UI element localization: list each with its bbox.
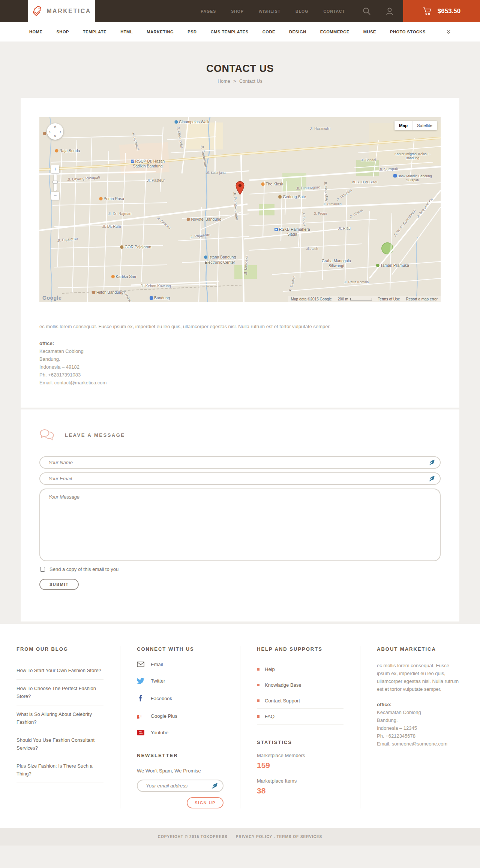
user-icon[interactable] [386, 7, 394, 16]
message-textarea[interactable] [39, 489, 441, 561]
contact-card: ˄ ˅ ‹ › + − Map Satellite Google Map dat… [21, 98, 459, 408]
newsletter-block: NEWSLETTER We Won't Spam, We Promise SIG… [137, 753, 224, 808]
statistics-block: STATISTICS Marketplace Members 159 Marke… [257, 740, 344, 795]
name-input[interactable] [39, 456, 441, 469]
statistics-heading: STATISTICS [257, 740, 344, 745]
category-nav-link[interactable]: CMS TEMPLATES [211, 30, 249, 34]
logo[interactable]: MARKETICA [28, 0, 95, 22]
bullet-square-icon [257, 684, 260, 686]
chat-bubbles-icon [39, 429, 55, 441]
top-nav-link[interactable]: PAGES [201, 9, 216, 13]
category-nav-link[interactable]: MARKETING [147, 30, 174, 34]
category-nav-link[interactable]: DESIGN [289, 30, 306, 34]
google-plus-icon: g+ [137, 713, 144, 719]
blog-link[interactable]: How To Start Your Own Fashion Store? [16, 662, 104, 680]
map-zoom-control: + − [51, 165, 59, 200]
newsletter-field-wrap [137, 780, 224, 792]
footer-connect-column: CONNECT WITH US Email Twitter Facebook [120, 646, 240, 808]
cart-button[interactable]: $653.50 [403, 0, 480, 22]
map-attribution: Map data ©2015 Google 200 m Terms of Use… [288, 296, 441, 302]
search-icon[interactable] [362, 7, 371, 16]
help-heading: HELP AND SUPPORTS [257, 646, 344, 652]
pan-left-icon[interactable]: ‹ [49, 130, 51, 134]
blog-link[interactable]: Plus Size Fashion: Is There Such a Thing… [16, 757, 104, 783]
breadcrumb-home[interactable]: Home [218, 79, 230, 84]
blog-link[interactable]: What is So Alluring About Celebrity Fash… [16, 705, 104, 731]
category-nav-link[interactable]: HOME [29, 30, 42, 34]
newsletter-tagline: We Won't Spam, We Promise [137, 768, 224, 774]
social-link-twitter[interactable]: Twitter [137, 678, 224, 684]
send-copy-row: Send a copy of this email to you [40, 566, 441, 572]
about-address-line: Ph. +6212345678 [377, 732, 464, 740]
category-nav-link[interactable]: SHOP [56, 30, 69, 34]
help-link[interactable]: Contact Support [257, 693, 344, 709]
map-pan-control[interactable]: ˄ ˅ ‹ › [47, 123, 63, 140]
chevron-double-down-icon[interactable] [446, 30, 451, 34]
copyright-bar: COPYRIGHT © 2015 TOKOPRESS PRIVACY POLIC… [0, 828, 480, 846]
blog-heading: FROM OUR BLOG [16, 646, 104, 652]
social-link-facebook[interactable]: Facebook [137, 695, 224, 702]
category-nav-link[interactable]: TEMPLATE [83, 30, 106, 34]
logo-text: MARKETICA [46, 8, 91, 15]
terms-of-use-link[interactable]: Terms of Use [378, 297, 400, 301]
pan-down-icon[interactable]: ˅ [54, 134, 56, 138]
office-address-line: Email. contact@marketica.com [39, 379, 441, 387]
office-address-line: Ph. +62817391083 [39, 371, 441, 379]
zoom-slider-track[interactable] [54, 174, 57, 191]
terms-of-services-link[interactable]: TERMS OF SERVICES [276, 835, 322, 839]
social-link-gplus[interactable]: g+ Google Plus [137, 713, 224, 719]
office-label: office: [377, 701, 464, 708]
category-nav-link[interactable]: HTML [120, 30, 133, 34]
svg-text:You: You [139, 731, 142, 733]
about-address-line: Kecamatan Coblong [377, 708, 464, 716]
about-address-line: Bandung. [377, 716, 464, 724]
social-link-youtube[interactable]: You Tube Youtube [137, 730, 224, 735]
twitter-icon [137, 678, 144, 684]
breadcrumb-current: Contact Us [239, 79, 262, 84]
name-field-wrap [39, 456, 441, 469]
zoom-slider-handle[interactable] [52, 181, 58, 184]
submit-button[interactable]: SUBMIT [39, 579, 79, 590]
category-nav-link[interactable]: PHOTO STOCKS [390, 30, 426, 34]
top-nav-link[interactable]: WISHLIST [259, 9, 280, 13]
svg-text:g+: g+ [137, 713, 142, 719]
stat-item: Marketplace Items 38 [257, 778, 344, 795]
top-nav-link[interactable]: SHOP [231, 9, 244, 13]
report-map-error-link[interactable]: Report a map error [406, 297, 438, 301]
satellite-view-button[interactable]: Satellite [412, 121, 437, 130]
map-view-button[interactable]: Map [394, 121, 412, 130]
social-link-email[interactable]: Email [137, 662, 224, 667]
email-input[interactable] [39, 472, 441, 485]
send-copy-checkbox[interactable] [40, 567, 45, 572]
zoom-in-button[interactable]: + [51, 165, 59, 173]
newsletter-email-input[interactable] [137, 780, 224, 792]
office-address-line: Indonesia – 49182 [39, 363, 441, 371]
privacy-policy-link[interactable]: PRIVACY POLICY [236, 835, 272, 839]
tag-icon [32, 6, 42, 17]
category-nav-link[interactable]: MUSE [363, 30, 376, 34]
breadcrumb: Home > Contact Us [0, 79, 480, 84]
stat-value: 38 [257, 786, 344, 795]
top-nav-link[interactable]: CONTACT [323, 9, 345, 13]
help-link[interactable]: Help [257, 662, 344, 677]
signup-button[interactable]: SIGN UP [187, 797, 224, 808]
blog-link[interactable]: Should You Use Fashion Consultant Servic… [16, 731, 104, 757]
facebook-icon [137, 695, 144, 702]
category-nav-link[interactable]: PSD [188, 30, 196, 34]
pan-up-icon[interactable]: ˄ [54, 125, 56, 129]
breadcrumb-separator: > [233, 79, 236, 84]
bullet-square-icon [257, 699, 260, 702]
map-canvas[interactable]: ˄ ˅ ‹ › + − Map Satellite Google Map dat… [39, 117, 441, 302]
zoom-out-button[interactable]: − [51, 192, 59, 200]
category-nav-link[interactable]: CODE [262, 30, 275, 34]
google-logo[interactable]: Google [42, 295, 62, 301]
pan-right-icon[interactable]: › [60, 130, 61, 134]
connect-heading: CONNECT WITH US [137, 646, 224, 652]
bullet-square-icon [257, 668, 260, 671]
help-link[interactable]: Knowladge Base [257, 677, 344, 693]
youtube-icon: You Tube [137, 730, 144, 735]
blog-link[interactable]: How To Choose The Perfect Fashion Store? [16, 680, 104, 705]
category-nav-link[interactable]: ECOMMERCE [320, 30, 350, 34]
help-link[interactable]: FAQ [257, 709, 344, 725]
top-nav-link[interactable]: BLOG [296, 9, 308, 13]
